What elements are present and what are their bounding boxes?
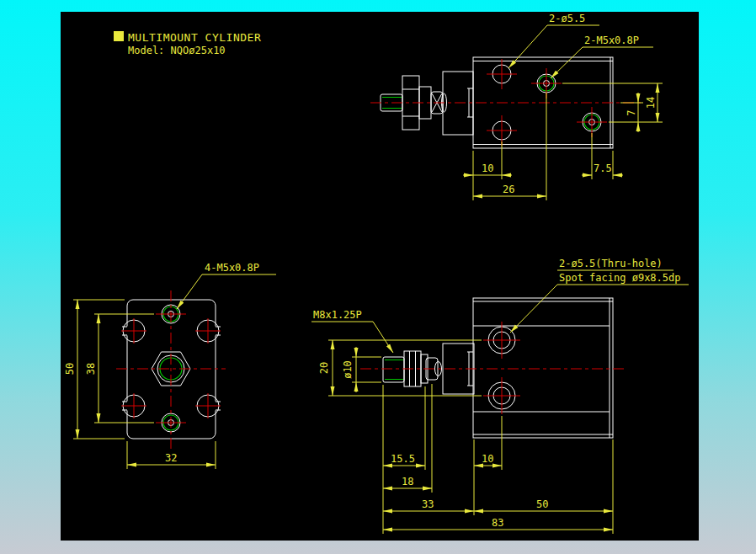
dim-50: 50 [536, 498, 548, 510]
dim-15-5: 15.5 [391, 453, 415, 465]
drawing-title: MULTIMOUNT CYLINDER [128, 31, 261, 44]
dim-10: 10 [482, 453, 493, 465]
dim-33: 33 [422, 498, 434, 510]
title-bullet-icon [114, 31, 124, 41]
dim-50: 50 [64, 363, 76, 375]
dim-rod-dia: ø10 [342, 360, 354, 379]
drawing-model: Model: NQOø25x10 [128, 45, 226, 56]
dim-18: 18 [402, 476, 413, 487]
desktop-frame: MULTIMOUNT CYLINDER Model: NQOø25x10 [0, 0, 756, 554]
label-thru-hole-line1: 2-ø5.5(Thru-hole) [559, 258, 663, 269]
dim-83: 83 [492, 517, 503, 529]
dim-10: 10 [482, 162, 493, 174]
dim-20: 20 [318, 362, 330, 374]
dim-26: 26 [503, 184, 514, 195]
dim-38: 38 [85, 363, 97, 375]
label-tapped-holes: 4-M5x0.8P [205, 262, 259, 274]
dim-7-5: 7.5 [594, 162, 612, 174]
cad-drawing: MULTIMOUNT CYLINDER Model: NQOø25x10 [0, 0, 756, 554]
dim-14: 14 [645, 97, 657, 109]
dim-7: 7 [626, 109, 637, 115]
label-thru-hole-line2: Spot facing ø9x8.5dp [559, 272, 681, 284]
dim-32: 32 [165, 452, 177, 464]
label-tapped-holes: 2-M5x0.8P [584, 35, 639, 46]
label-thru-holes: 2-ø5.5 [549, 13, 585, 24]
label-rod-thread: M8x1.25P [313, 309, 362, 321]
